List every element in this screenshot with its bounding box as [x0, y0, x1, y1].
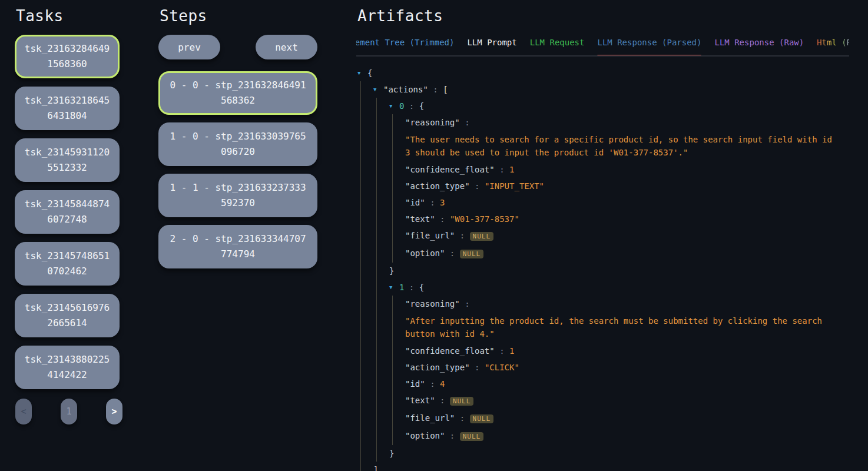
artifacts-panel: Artifacts Element Tree (Trimmed)LLM Prom…: [356, 7, 849, 471]
json-tree-line: ▼1 : {: [356, 279, 849, 296]
json-token-key: "confidence_float": [405, 165, 495, 174]
artifact-tab[interactable]: LLM Response (Raw): [714, 35, 804, 55]
json-token-key: "file_url": [405, 413, 455, 423]
json-token-str: "CLICK": [485, 363, 519, 372]
json-tree-line: "text" : "W01-377-8537": [356, 211, 849, 227]
steps-title: Steps: [160, 7, 317, 25]
indent-guide: [392, 245, 393, 263]
collapse-arrow-icon[interactable]: ▼: [357, 67, 367, 79]
pagination-prev-button[interactable]: <: [15, 399, 32, 424]
collapse-arrow-icon[interactable]: ▼: [389, 281, 399, 293]
json-token-key: "option": [405, 248, 445, 258]
indent-guide: [376, 211, 377, 227]
json-token-null: NULL: [460, 432, 484, 441]
json-tree-line: }: [356, 263, 849, 279]
task-button[interactable]: tsk_231632186456431804: [15, 87, 120, 130]
json-token-punct: {: [367, 68, 372, 78]
artifact-tab[interactable]: Element Tree (Trimmed): [356, 35, 454, 55]
json-token-key: "action_type": [405, 363, 470, 372]
artifact-tab[interactable]: LLM Request: [530, 35, 585, 55]
json-token-colon: :: [455, 231, 469, 240]
task-button[interactable]: tsk_231457486510702462: [15, 242, 120, 286]
json-tree-line: "The user needs to search for a specific…: [356, 131, 849, 161]
json-token-punct: ]: [373, 465, 378, 471]
task-button[interactable]: tsk_231632846491568360: [15, 35, 120, 78]
artifacts-tabstrip: Element Tree (Trimmed)LLM PromptLLM Requ…: [356, 35, 849, 57]
json-tree-line: "option" : NULL: [356, 427, 849, 445]
artifacts-title: Artifacts: [357, 7, 849, 25]
json-token-num: 1: [509, 346, 514, 356]
step-button[interactable]: 2 - 0 - stp_231633344707774794: [158, 225, 317, 268]
next-step-button[interactable]: next: [256, 35, 317, 59]
json-tree-line: "action_type" : "CLICK": [356, 359, 849, 376]
prev-step-button[interactable]: prev: [158, 35, 220, 59]
tasks-pagination: < 1 >: [15, 399, 122, 424]
indent-guide: [376, 410, 377, 427]
json-token-key: "text": [405, 214, 435, 224]
artifact-tab[interactable]: LLM Prompt: [467, 35, 516, 55]
json-token-colon: :: [445, 248, 459, 258]
indent-guide: [376, 245, 377, 263]
json-token-colon: :: [460, 299, 470, 309]
collapse-arrow-icon[interactable]: ▼: [373, 84, 383, 95]
collapse-arrow-icon[interactable]: ▼: [389, 100, 399, 112]
steps-list: 0 - 0 - stp_2316328464915683621 - 0 - st…: [158, 71, 317, 268]
json-token-str: "The user needs to search for a specific…: [405, 133, 834, 159]
pagination-page-button[interactable]: 1: [61, 399, 77, 424]
json-token-colon: :: [435, 214, 450, 224]
json-token-colon: :: [445, 431, 459, 440]
indent-guide: [360, 227, 361, 245]
task-button[interactable]: tsk_231459311205512332: [15, 138, 120, 182]
indent-guide: [360, 462, 361, 471]
task-button[interactable]: tsk_231458448746072748: [15, 190, 120, 234]
json-tree-line: "After inputting the product id, the sea…: [356, 312, 849, 343]
indent-guide: [392, 227, 393, 245]
json-token-colon: :: [470, 181, 485, 191]
json-tree-line: "reasoning" :: [356, 114, 849, 131]
indent-guide: [392, 343, 393, 359]
indent-guide: [360, 98, 361, 114]
json-token-key: "reasoning": [405, 299, 460, 309]
indent-guide: [360, 114, 361, 131]
json-token-colon: :: [495, 165, 509, 174]
json-token-colon: :: [404, 283, 419, 292]
indent-guide: [392, 392, 393, 410]
indent-guide: [376, 312, 377, 343]
indent-guide: [360, 427, 361, 445]
step-nav: prev next: [158, 35, 317, 59]
indent-guide: [392, 359, 393, 376]
indent-guide: [376, 427, 377, 445]
indent-guide: [392, 194, 393, 211]
indent-guide: [360, 81, 361, 98]
json-token-key: "action_type": [405, 181, 470, 191]
step-button[interactable]: 1 - 0 - stp_231633039765096720: [158, 122, 317, 166]
step-button[interactable]: 1 - 1 - stp_231633237333592370: [158, 174, 317, 217]
indent-guide: [360, 410, 361, 427]
indent-guide: [360, 194, 361, 211]
json-tree-line: }: [356, 445, 849, 462]
indent-guide: [360, 161, 361, 178]
indent-guide: [376, 98, 377, 114]
json-token-colon: :: [425, 379, 440, 389]
indent-guide: [376, 445, 377, 462]
indent-guide: [360, 359, 361, 376]
json-token-key: "reasoning": [405, 118, 460, 127]
indent-guide: [392, 410, 393, 427]
json-tree-line: "option" : NULL: [356, 245, 849, 263]
task-button[interactable]: tsk_231438802254142422: [15, 346, 120, 389]
indent-guide: [392, 131, 393, 161]
json-token-null: NULL: [460, 250, 484, 258]
step-button[interactable]: 0 - 0 - stp_231632846491568362: [158, 71, 317, 115]
indent-guide: [360, 279, 361, 296]
json-token-key: "id": [405, 198, 425, 207]
json-tree-viewer: ▼{▼"actions" : [▼0 : {"reasoning" : "The…: [356, 65, 849, 471]
indent-guide: [376, 343, 377, 359]
json-token-key: "id": [405, 379, 425, 389]
pagination-next-button[interactable]: >: [106, 399, 122, 424]
json-token-null: NULL: [470, 414, 494, 423]
artifact-tab[interactable]: LLM Response (Parsed): [597, 35, 701, 55]
artifact-tab[interactable]: Html (Raw): [817, 35, 849, 55]
indent-guide: [392, 427, 393, 445]
json-token-colon: :: [455, 413, 469, 423]
task-button[interactable]: tsk_231456169762665614: [15, 294, 120, 337]
